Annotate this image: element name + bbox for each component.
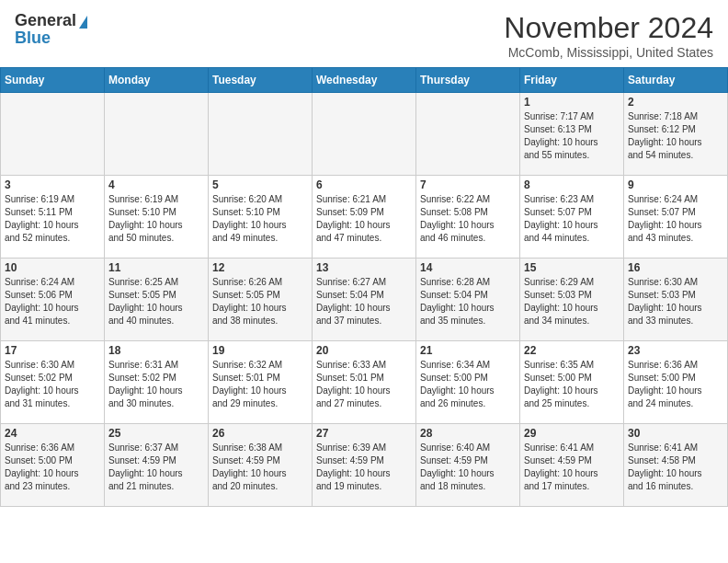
calendar-cell: 26Sunrise: 6:38 AM Sunset: 4:59 PM Dayli… [209,424,313,507]
day-number: 4 [108,178,204,191]
day-number: 17 [5,344,100,357]
day-info: Sunrise: 6:22 AM Sunset: 5:08 PM Dayligh… [420,193,516,245]
day-info: Sunrise: 6:20 AM Sunset: 5:10 PM Dayligh… [212,193,308,245]
day-number: 2 [628,96,723,109]
day-number: 19 [212,344,308,357]
day-info: Sunrise: 6:36 AM Sunset: 5:00 PM Dayligh… [5,442,100,493]
column-header-sunday: Sunday [1,68,105,93]
calendar-cell [416,93,520,176]
calendar-cell: 9Sunrise: 6:24 AM Sunset: 5:07 PM Daylig… [624,176,728,259]
day-number: 15 [524,261,620,274]
calendar-cell: 13Sunrise: 6:27 AM Sunset: 5:04 PM Dayli… [313,259,416,341]
calendar-cell: 17Sunrise: 6:30 AM Sunset: 5:02 PM Dayli… [1,341,105,424]
day-number: 27 [316,427,412,440]
calendar-cell: 29Sunrise: 6:41 AM Sunset: 4:59 PM Dayli… [520,424,624,507]
day-info: Sunrise: 6:19 AM Sunset: 5:10 PM Dayligh… [108,193,204,245]
day-number: 13 [316,261,412,274]
day-number: 8 [524,178,620,191]
day-info: Sunrise: 6:19 AM Sunset: 5:11 PM Dayligh… [5,193,100,245]
day-info: Sunrise: 6:25 AM Sunset: 5:05 PM Dayligh… [108,276,204,327]
calendar-table: SundayMondayTuesdayWednesdayThursdayFrid… [0,67,728,507]
day-number: 1 [524,96,620,109]
calendar-cell: 14Sunrise: 6:28 AM Sunset: 5:04 PM Dayli… [416,259,520,341]
calendar-cell: 28Sunrise: 6:40 AM Sunset: 4:59 PM Dayli… [416,424,520,507]
calendar-cell: 7Sunrise: 6:22 AM Sunset: 5:08 PM Daylig… [416,176,520,259]
calendar-cell: 15Sunrise: 6:29 AM Sunset: 5:03 PM Dayli… [520,259,624,341]
day-info: Sunrise: 6:27 AM Sunset: 5:04 PM Dayligh… [316,276,412,327]
day-number: 21 [420,344,516,357]
day-number: 9 [628,178,723,191]
day-info: Sunrise: 6:41 AM Sunset: 4:59 PM Dayligh… [524,442,620,493]
calendar-cell: 5Sunrise: 6:20 AM Sunset: 5:10 PM Daylig… [209,176,313,259]
calendar-cell [105,93,209,176]
day-number: 5 [212,178,308,191]
day-info: Sunrise: 7:18 AM Sunset: 6:12 PM Dayligh… [628,110,723,162]
logo-general-text: General [15,11,76,30]
day-number: 11 [108,261,204,274]
calendar-cell: 10Sunrise: 6:24 AM Sunset: 5:06 PM Dayli… [1,259,105,341]
day-number: 29 [524,427,620,440]
calendar-cell: 25Sunrise: 6:37 AM Sunset: 4:59 PM Dayli… [105,424,209,507]
calendar-cell: 11Sunrise: 6:25 AM Sunset: 5:05 PM Dayli… [105,259,209,341]
day-info: Sunrise: 7:17 AM Sunset: 6:13 PM Dayligh… [524,110,620,162]
day-info: Sunrise: 6:31 AM Sunset: 5:02 PM Dayligh… [108,359,204,410]
day-number: 24 [5,427,100,440]
column-header-saturday: Saturday [624,68,728,93]
column-header-thursday: Thursday [416,68,520,93]
day-number: 10 [5,261,100,274]
column-header-monday: Monday [105,68,209,93]
day-number: 3 [5,178,100,191]
calendar-cell: 30Sunrise: 6:41 AM Sunset: 4:58 PM Dayli… [624,424,728,507]
day-info: Sunrise: 6:30 AM Sunset: 5:03 PM Dayligh… [628,276,723,327]
calendar-cell: 3Sunrise: 6:19 AM Sunset: 5:11 PM Daylig… [1,176,105,259]
calendar-cell: 2Sunrise: 7:18 AM Sunset: 6:12 PM Daylig… [624,93,728,176]
calendar-cell [209,93,313,176]
calendar-cell: 27Sunrise: 6:39 AM Sunset: 4:59 PM Dayli… [313,424,416,507]
calendar-cell: 19Sunrise: 6:32 AM Sunset: 5:01 PM Dayli… [209,341,313,424]
day-info: Sunrise: 6:29 AM Sunset: 5:03 PM Dayligh… [524,276,620,327]
day-info: Sunrise: 6:32 AM Sunset: 5:01 PM Dayligh… [212,359,308,410]
calendar-cell: 24Sunrise: 6:36 AM Sunset: 5:00 PM Dayli… [1,424,105,507]
page-header: General Blue November 2024 McComb, Missi… [0,0,728,67]
day-number: 14 [420,261,516,274]
day-info: Sunrise: 6:35 AM Sunset: 5:00 PM Dayligh… [524,359,620,410]
day-info: Sunrise: 6:40 AM Sunset: 4:59 PM Dayligh… [420,442,516,493]
calendar-cell: 1Sunrise: 7:17 AM Sunset: 6:13 PM Daylig… [520,93,624,176]
logo-triangle-icon [79,16,87,29]
calendar-cell: 4Sunrise: 6:19 AM Sunset: 5:10 PM Daylig… [105,176,209,259]
day-number: 30 [628,427,723,440]
calendar-cell: 18Sunrise: 6:31 AM Sunset: 5:02 PM Dayli… [105,341,209,424]
logo: General Blue [15,11,87,48]
column-header-friday: Friday [520,68,624,93]
day-info: Sunrise: 6:41 AM Sunset: 4:58 PM Dayligh… [628,442,723,493]
location-subtitle: McComb, Mississippi, United States [504,45,713,60]
calendar-cell: 20Sunrise: 6:33 AM Sunset: 5:01 PM Dayli… [313,341,416,424]
day-info: Sunrise: 6:38 AM Sunset: 4:59 PM Dayligh… [212,442,308,493]
day-info: Sunrise: 6:23 AM Sunset: 5:07 PM Dayligh… [524,193,620,245]
column-header-tuesday: Tuesday [209,68,313,93]
calendar-cell [1,93,105,176]
day-info: Sunrise: 6:24 AM Sunset: 5:06 PM Dayligh… [5,276,100,327]
day-info: Sunrise: 6:33 AM Sunset: 5:01 PM Dayligh… [316,359,412,410]
day-number: 22 [524,344,620,357]
day-number: 25 [108,427,204,440]
day-number: 26 [212,427,308,440]
day-number: 16 [628,261,723,274]
day-info: Sunrise: 6:28 AM Sunset: 5:04 PM Dayligh… [420,276,516,327]
day-info: Sunrise: 6:26 AM Sunset: 5:05 PM Dayligh… [212,276,308,327]
day-info: Sunrise: 6:30 AM Sunset: 5:02 PM Dayligh… [5,359,100,410]
calendar-cell: 12Sunrise: 6:26 AM Sunset: 5:05 PM Dayli… [209,259,313,341]
calendar-cell [313,93,416,176]
day-info: Sunrise: 6:37 AM Sunset: 4:59 PM Dayligh… [108,442,204,493]
calendar-cell: 22Sunrise: 6:35 AM Sunset: 5:00 PM Dayli… [520,341,624,424]
day-number: 20 [316,344,412,357]
day-info: Sunrise: 6:34 AM Sunset: 5:00 PM Dayligh… [420,359,516,410]
day-number: 7 [420,178,516,191]
title-area: November 2024 McComb, Mississippi, Unite… [504,11,713,60]
month-title: November 2024 [504,11,713,45]
logo-blue-text: Blue [15,29,51,48]
calendar-cell: 23Sunrise: 6:36 AM Sunset: 5:00 PM Dayli… [624,341,728,424]
day-number: 28 [420,427,516,440]
day-info: Sunrise: 6:36 AM Sunset: 5:00 PM Dayligh… [628,359,723,410]
day-info: Sunrise: 6:21 AM Sunset: 5:09 PM Dayligh… [316,193,412,245]
